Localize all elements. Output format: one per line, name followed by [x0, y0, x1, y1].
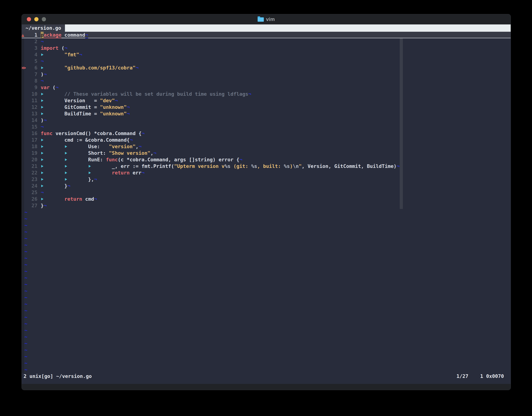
eol-marker: ¬ — [94, 196, 97, 202]
code-segment: versionCmd() *cobra.Command { — [53, 130, 142, 137]
tab-indent-marker-icon — [64, 150, 88, 156]
tilde-marker: ~ — [24, 340, 27, 346]
code-line[interactable]: 12GitCommit = "unknown"¬ — [22, 104, 511, 111]
editor-viewport[interactable]: ▲!1package command¬2¬3import (¬4"fmt"¬5¬… — [22, 32, 511, 373]
code-text: func versionCmd() *cobra.Command {¬ — [41, 130, 145, 137]
code-segment: %s — [225, 163, 231, 170]
folder-icon — [258, 17, 264, 22]
empty-line-row: ~ — [22, 321, 511, 327]
eol-marker: ¬ — [41, 78, 44, 84]
code-segment: command — [61, 32, 85, 38]
code-text: GitCommit = "unknown"¬ — [41, 104, 130, 111]
code-line[interactable]: 16func versionCmd() *cobra.Command {¬ — [22, 130, 511, 137]
line-number: 27 — [27, 202, 37, 209]
code-segment: ( — [61, 45, 64, 51]
tilde-marker: ~ — [24, 354, 27, 359]
empty-line-row: ~ — [22, 353, 511, 360]
code-line[interactable]: 26return cmd¬ — [22, 196, 511, 202]
code-text: Use: "version",¬ — [41, 143, 142, 150]
code-segment: err — [130, 170, 142, 176]
eol-marker: ¬ — [44, 117, 47, 123]
code-line[interactable]: 10// These variables will be set during … — [22, 91, 511, 97]
tilde-marker: ~ — [24, 327, 27, 333]
code-line[interactable]: 23},¬ — [22, 176, 511, 183]
status-file-info: 2 unix[go] ~/version.go — [24, 373, 92, 379]
code-text: RunE: func(c *cobra.Command, args []stri… — [41, 156, 242, 163]
code-line[interactable]: 4"fmt"¬ — [22, 51, 511, 58]
code-line[interactable]: 9var (¬ — [22, 84, 511, 91]
empty-line-row: ~ — [22, 366, 511, 373]
eol-marker: ¬ — [127, 104, 130, 111]
empty-line-row: ~ — [22, 334, 511, 340]
code-line[interactable]: 20RunE: func(c *cobra.Command, args []st… — [22, 156, 511, 163]
code-line[interactable]: 17cmd := &cobra.Command{¬ — [22, 137, 511, 143]
code-line[interactable]: ▲!1package command¬ — [22, 32, 511, 38]
line-number: 14 — [27, 117, 37, 123]
eol-marker: ¬ — [41, 58, 44, 65]
tilde-marker: ~ — [24, 360, 27, 366]
code-text: return cmd¬ — [41, 196, 97, 202]
code-line[interactable]: 25¬ — [22, 189, 511, 196]
code-segment: ) — [41, 117, 44, 123]
title-bar[interactable]: vim — [22, 14, 511, 24]
tab-version-go[interactable]: ~/version.go — [22, 24, 65, 32]
code-line[interactable]: 27}¬ — [22, 202, 511, 209]
code-text: },¬ — [41, 176, 97, 183]
code-text: )¬ — [41, 71, 47, 78]
tab-indent-marker-icon — [41, 143, 64, 150]
code-text: // These variables will be set during bu… — [41, 91, 251, 97]
terminal-window: vim ~/version.go ▲!1package command¬2¬3i… — [21, 14, 511, 390]
sign-column — [22, 150, 27, 156]
eol-marker: ¬ — [127, 111, 130, 117]
empty-line-row: ~ — [22, 314, 511, 321]
code-line[interactable]: 19Short: "Show version",¬ — [22, 150, 511, 156]
tilde-marker: ~ — [24, 275, 27, 281]
sign-column — [22, 163, 27, 170]
tilde-marker: ~ — [24, 255, 27, 261]
line-number: 18 — [27, 143, 37, 150]
tab-indent-marker-icon — [41, 97, 64, 104]
code-segment: var — [41, 84, 53, 91]
code-line[interactable]: 15¬ — [22, 123, 511, 130]
code-line[interactable]: 13BuildTime = "unknown"¬ — [22, 111, 511, 117]
code-segment: , — [150, 150, 153, 156]
sign-column — [22, 137, 27, 143]
sign-column — [22, 183, 27, 189]
code-line[interactable]: 7)¬ — [22, 71, 511, 78]
code-line[interactable]: >>6"github.com/spf13/cobra"¬ — [22, 65, 511, 71]
code-line[interactable]: 5¬ — [22, 58, 511, 65]
tilde-marker: ~ — [24, 236, 27, 241]
code-segment: "Show version" — [109, 150, 151, 156]
tab-indent-marker-icon — [64, 156, 88, 163]
code-line[interactable]: 22return err¬ — [22, 170, 511, 176]
code-segment: %s — [251, 163, 257, 170]
code-line[interactable]: 8¬ — [22, 78, 511, 84]
code-segment: %s — [284, 163, 290, 170]
sign-column — [22, 123, 27, 130]
window-title: vim — [266, 16, 275, 22]
code-line[interactable]: 18Use: "version",¬ — [22, 143, 511, 150]
sign-column — [22, 117, 27, 123]
empty-line-row: ~ — [22, 281, 511, 288]
code-line[interactable]: 21_, err := fmt.Printf("Upterm version v… — [22, 163, 511, 170]
empty-line-row: ~ — [22, 216, 511, 222]
code-line[interactable]: 24}¬ — [22, 183, 511, 189]
sign-column — [22, 97, 27, 104]
tilde-marker: ~ — [24, 209, 27, 215]
code-segment: return — [64, 196, 82, 202]
code-line[interactable]: 14)¬ — [22, 117, 511, 123]
eol-marker: ¬ — [64, 45, 67, 51]
sign-column — [22, 196, 27, 202]
code-segment: func — [106, 156, 118, 163]
eol-marker: ¬ — [115, 97, 118, 104]
code-line[interactable]: 2¬ — [22, 38, 511, 45]
code-line[interactable]: 3import (¬ — [22, 45, 511, 51]
code-text: BuildTime = "unknown"¬ — [41, 111, 130, 117]
tab-indent-marker-icon — [41, 111, 64, 117]
code-segment: "Upterm version v — [174, 163, 224, 170]
command-line[interactable] — [22, 379, 511, 384]
sign-column — [22, 156, 27, 163]
code-line[interactable]: 11Version = "dev"¬ — [22, 97, 511, 104]
tilde-marker: ~ — [24, 222, 27, 228]
code-segment: cmd := &cobra.Command{ — [64, 137, 130, 143]
